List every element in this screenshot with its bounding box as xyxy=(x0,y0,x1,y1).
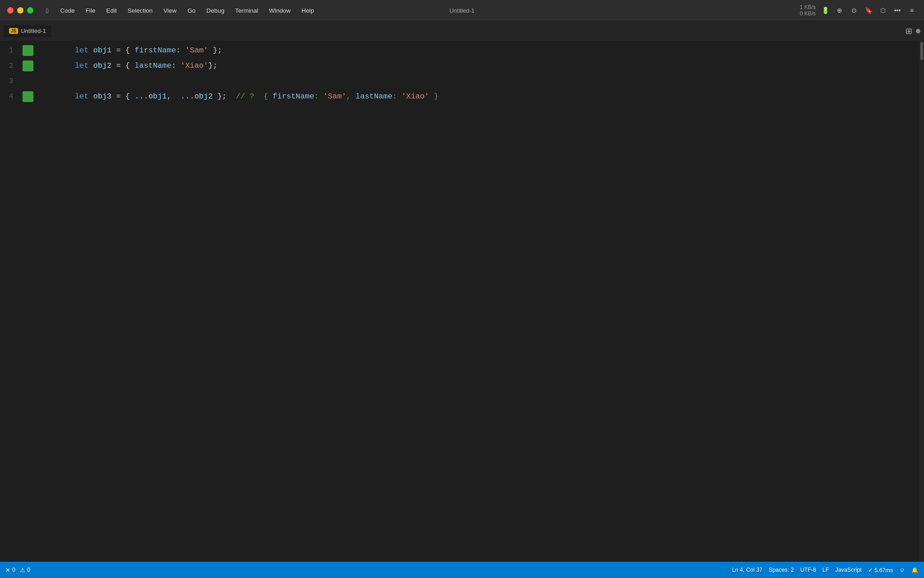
bookmark-icon: 🔖 xyxy=(864,5,873,15)
titlebar:  Code File Edit Selection View Go Debug… xyxy=(0,0,924,21)
line-indicator-3 xyxy=(23,76,33,87)
timing-text: ✓ 5.67ms xyxy=(868,567,893,573)
indentation[interactable]: Spaces: 2 xyxy=(769,567,794,573)
code-editor[interactable]: 1 let obj1 = { firstName: 'Sam' }; 2 let… xyxy=(0,41,924,562)
code-line-4: 4 let obj3 = { ...obj1, ...obj2 }; // ? … xyxy=(0,89,924,104)
line-ending-text: LF xyxy=(822,567,829,573)
menu-edit[interactable]: Edit xyxy=(102,5,121,16)
error-count: 0 xyxy=(12,567,15,573)
errors-indicator[interactable]: ✕ 0 ⚠ 0 xyxy=(5,567,30,573)
menu-window[interactable]: Window xyxy=(264,5,295,16)
status-right: Ln 4, Col 37 Spaces: 2 UTF-8 LF JavaScri… xyxy=(732,567,919,573)
cursor-position[interactable]: Ln 4, Col 37 xyxy=(732,567,762,573)
titlebar-right: 1 KB/s0 KB/s 🔋 ⊕ ⊙ 🔖 ⬡ ••• ≡ xyxy=(800,4,924,17)
menu-code[interactable]: Code xyxy=(55,5,79,16)
encoding[interactable]: UTF-8 xyxy=(800,567,816,573)
error-icon: ✕ xyxy=(5,567,10,573)
editor-area: 1 let obj1 = { firstName: 'Sam' }; 2 let… xyxy=(0,41,924,562)
code-content-4: let obj3 = { ...obj1, ...obj2 }; // ? { … xyxy=(38,74,439,120)
smiley-icon: ☺ xyxy=(899,567,905,573)
tab-right-controls: ⊞ xyxy=(906,26,920,36)
line-ending[interactable]: LF xyxy=(822,567,829,573)
status-bar: ✕ 0 ⚠ 0 Ln 4, Col 37 Spaces: 2 UTF-8 LF … xyxy=(0,562,924,578)
menu-file[interactable]: File xyxy=(81,5,100,16)
language-text: JavaScript xyxy=(835,567,861,573)
extensions-icon: ⬡ xyxy=(878,5,888,15)
scrollbar-thumb[interactable] xyxy=(920,42,923,60)
minimize-button[interactable] xyxy=(17,7,23,14)
js-badge: JS xyxy=(9,28,18,34)
status-left: ✕ 0 ⚠ 0 xyxy=(5,567,30,573)
scrollbar[interactable] xyxy=(919,41,924,562)
menu-view[interactable]: View xyxy=(159,5,181,16)
line-indicator-1 xyxy=(23,45,33,56)
line-number-2: 2 xyxy=(0,58,23,74)
battery-icon: 🔋 xyxy=(820,5,830,15)
more-icon[interactable]: ••• xyxy=(892,5,902,15)
line-indicator-4 xyxy=(23,91,33,102)
dot-indicator xyxy=(916,29,920,33)
network-stats: 1 KB/s0 KB/s xyxy=(800,4,816,17)
menu-go[interactable]: Go xyxy=(183,5,200,16)
warning-count: 0 xyxy=(27,567,30,573)
bell-icon: 🔔 xyxy=(911,567,919,573)
line-number-1: 1 xyxy=(0,43,23,58)
menu-bar:  Code File Edit Selection View Go Debug… xyxy=(36,5,800,16)
menu-terminal[interactable]: Terminal xyxy=(231,5,263,16)
line-indicator-2 xyxy=(23,61,33,71)
menu-debug[interactable]: Debug xyxy=(202,5,229,16)
line-number-4: 4 xyxy=(0,89,23,104)
maximize-button[interactable] xyxy=(27,7,33,14)
language-mode[interactable]: JavaScript xyxy=(835,567,861,573)
split-editor-icon[interactable]: ⊞ xyxy=(906,26,912,36)
time-machine-icon: ⊙ xyxy=(849,5,859,15)
feedback-icon[interactable]: ☺ xyxy=(899,567,905,573)
close-button[interactable] xyxy=(7,7,14,14)
menu-help[interactable]: Help xyxy=(297,5,319,16)
wifi-icon: ⊕ xyxy=(835,5,845,15)
menu-selection[interactable]: Selection xyxy=(123,5,157,16)
apple-menu[interactable]:  xyxy=(41,5,54,16)
list-icon[interactable]: ≡ xyxy=(907,5,917,15)
timing: ✓ 5.67ms xyxy=(868,567,893,573)
warning-icon: ⚠ xyxy=(20,567,25,573)
position-text: Ln 4, Col 37 xyxy=(732,567,762,573)
notifications-icon[interactable]: 🔔 xyxy=(911,567,919,573)
window-title: Untitled-1 xyxy=(449,7,475,14)
spaces-text: Spaces: 2 xyxy=(769,567,794,573)
encoding-text: UTF-8 xyxy=(800,567,816,573)
code-line-2: 2 let obj2 = { lastName: 'Xiao'}; xyxy=(0,58,924,74)
traffic-lights xyxy=(0,7,36,14)
line-number-3: 3 xyxy=(0,74,23,89)
